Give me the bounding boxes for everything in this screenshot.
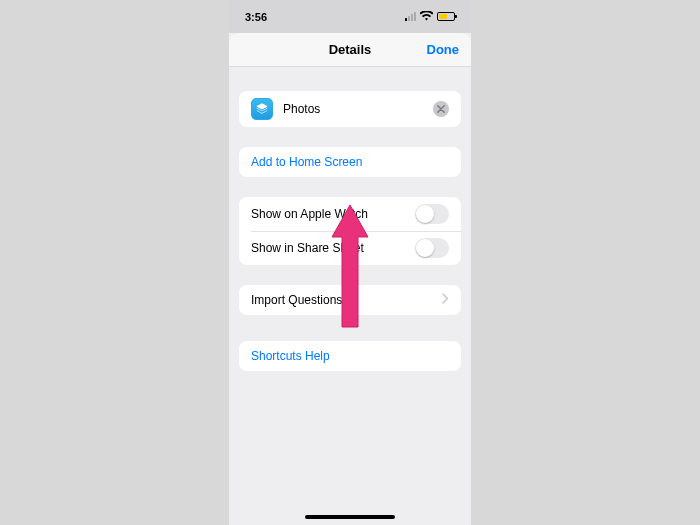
status-time: 3:56 — [245, 11, 267, 23]
show-on-watch-row: Show on Apple Watch — [239, 197, 461, 231]
show-on-watch-toggle[interactable] — [415, 204, 449, 224]
import-questions-label: Import Questions — [251, 293, 442, 307]
wifi-icon — [420, 10, 433, 24]
visibility-group: Show on Apple Watch Show in Share Sheet — [239, 197, 461, 265]
home-indicator — [305, 515, 395, 519]
show-in-share-row: Show in Share Sheet — [239, 231, 461, 265]
shortcut-name-row[interactable]: Photos — [239, 91, 461, 127]
shortcuts-help-label: Shortcuts Help — [251, 349, 330, 363]
status-right — [405, 10, 455, 24]
import-group: Import Questions — [239, 285, 461, 315]
content: Photos Add to Home Screen Show on Apple … — [229, 67, 471, 371]
phone-frame: 3:56 Details Done Photos — [229, 0, 471, 525]
done-button[interactable]: Done — [427, 42, 460, 57]
chevron-right-icon — [442, 293, 449, 307]
add-home-group: Add to Home Screen — [239, 147, 461, 177]
details-sheet: Details Done Photos Add to Home Screen — [229, 33, 471, 525]
show-in-share-toggle[interactable] — [415, 238, 449, 258]
cellular-icon — [405, 12, 416, 21]
shortcut-name-text: Photos — [283, 102, 433, 116]
clear-name-button[interactable] — [433, 101, 449, 117]
show-in-share-label: Show in Share Sheet — [251, 241, 415, 255]
nav-title: Details — [329, 42, 372, 57]
status-bar: 3:56 — [229, 0, 471, 33]
import-questions-row[interactable]: Import Questions — [239, 285, 461, 315]
battery-icon — [437, 12, 455, 21]
shortcut-icon — [251, 98, 273, 120]
add-to-home-label: Add to Home Screen — [251, 155, 362, 169]
help-group: Shortcuts Help — [239, 341, 461, 371]
shortcuts-help-button[interactable]: Shortcuts Help — [239, 341, 461, 371]
show-on-watch-label: Show on Apple Watch — [251, 207, 415, 221]
shortcut-name-group: Photos — [239, 91, 461, 127]
nav-bar: Details Done — [229, 33, 471, 67]
add-to-home-screen-button[interactable]: Add to Home Screen — [239, 147, 461, 177]
